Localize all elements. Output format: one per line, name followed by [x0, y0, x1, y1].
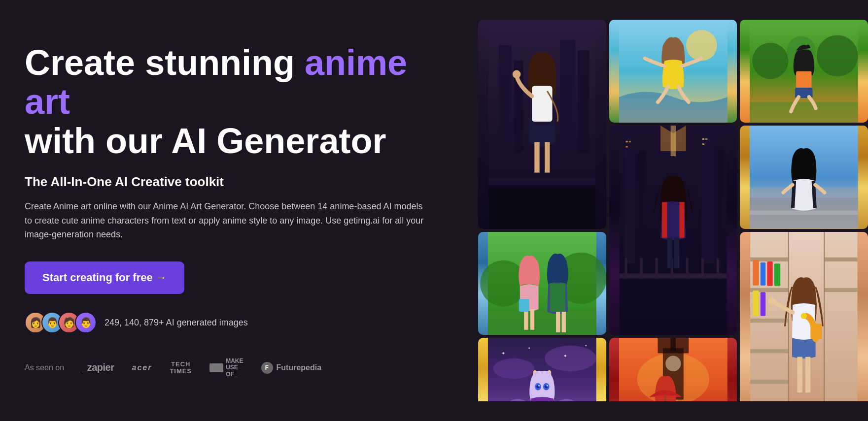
brand-acer: acer — [132, 363, 152, 372]
svg-rect-73 — [761, 262, 765, 286]
svg-rect-24 — [625, 136, 635, 263]
svg-rect-9 — [534, 142, 539, 172]
avatar: 👨 — [75, 312, 97, 333]
svg-rect-3 — [560, 40, 575, 152]
svg-rect-64 — [519, 299, 529, 312]
anime-image-8 — [478, 338, 606, 401]
svg-rect-79 — [825, 257, 858, 261]
svg-point-11 — [513, 70, 521, 79]
svg-rect-59 — [530, 309, 534, 329]
svg-rect-78 — [825, 232, 858, 402]
svg-rect-76 — [753, 291, 759, 316]
svg-rect-8 — [532, 86, 552, 122]
svg-rect-85 — [805, 356, 810, 392]
svg-point-108 — [665, 356, 681, 371]
svg-rect-72 — [753, 259, 759, 285]
svg-rect-40 — [686, 258, 688, 278]
svg-rect-30 — [625, 146, 627, 148]
as-seen-on: As seen on _zapier acer TECHTIMES MAKEUS… — [25, 358, 439, 378]
makeuseof-text: MAKEUSEOF_ — [226, 358, 243, 378]
svg-rect-66 — [750, 232, 789, 402]
brand-techtimes: TECHTIMES — [170, 361, 192, 375]
svg-point-93 — [528, 347, 530, 349]
svg-rect-33 — [702, 143, 704, 145]
makeuseof-icon — [209, 363, 223, 372]
svg-point-95 — [585, 345, 587, 346]
svg-point-101 — [538, 385, 540, 386]
svg-rect-42 — [716, 258, 719, 278]
svg-rect-84 — [798, 356, 802, 392]
svg-rect-31 — [702, 138, 704, 140]
svg-rect-80 — [825, 288, 858, 291]
image-grid — [478, 20, 868, 401]
svg-point-88 — [801, 313, 807, 319]
svg-rect-21 — [796, 71, 811, 90]
svg-rect-71 — [750, 380, 789, 384]
svg-rect-29 — [628, 141, 630, 142]
svg-rect-75 — [774, 263, 780, 286]
description: Create Anime art online with our Anime A… — [25, 199, 429, 242]
svg-rect-63 — [562, 312, 566, 332]
svg-rect-41 — [701, 258, 703, 278]
svg-rect-77 — [761, 292, 765, 316]
futurepedia-label: Futurepedia — [277, 363, 322, 372]
svg-rect-58 — [524, 309, 528, 329]
svg-point-92 — [502, 352, 504, 354]
svg-point-102 — [547, 385, 548, 386]
svg-point-91 — [545, 345, 596, 371]
svg-rect-34 — [670, 126, 675, 156]
svg-rect-37 — [640, 258, 642, 278]
main-heading: Create stunning anime art with our AI Ge… — [25, 43, 439, 161]
svg-rect-25 — [637, 151, 645, 263]
svg-rect-1 — [499, 45, 512, 147]
svg-point-16 — [753, 43, 789, 79]
svg-rect-87 — [811, 324, 822, 339]
anime-image-4 — [609, 126, 737, 335]
svg-rect-32 — [705, 138, 707, 140]
svg-rect-6 — [488, 178, 595, 186]
svg-rect-5 — [488, 183, 595, 228]
anime-image-2 — [609, 20, 737, 123]
anime-image-3 — [740, 20, 868, 123]
svg-rect-19 — [750, 102, 858, 123]
svg-rect-61 — [550, 283, 565, 312]
svg-rect-36 — [625, 258, 627, 278]
svg-rect-51 — [750, 211, 858, 215]
as-seen-label: As seen on — [25, 363, 64, 372]
svg-rect-28 — [625, 141, 627, 142]
right-panel — [468, 20, 868, 401]
social-count: 249, 140, 879+ AI generated images — [104, 318, 248, 328]
svg-rect-46 — [667, 238, 672, 268]
svg-rect-44 — [662, 202, 667, 238]
svg-point-90 — [493, 358, 534, 379]
avatar-group: 👩 👨 🧑 👨 — [25, 312, 97, 333]
svg-point-17 — [817, 35, 858, 76]
left-panel: Create stunning anime art with our AI Ge… — [25, 20, 468, 401]
svg-rect-27 — [714, 146, 723, 268]
cta-button[interactable]: Start creating for free → — [25, 261, 184, 294]
svg-rect-56 — [488, 309, 596, 334]
futurepedia-icon: F — [261, 362, 273, 374]
social-proof: 👩 👨 🧑 👨 249, 140, 879+ AI generated imag… — [25, 312, 439, 333]
brand-makeuseof: MAKEUSEOF_ — [209, 358, 243, 378]
svg-rect-107 — [670, 338, 675, 351]
anime-image-7 — [740, 232, 868, 402]
anime-image-6 — [478, 232, 606, 335]
svg-rect-10 — [545, 142, 550, 172]
svg-rect-45 — [679, 202, 684, 238]
svg-rect-26 — [701, 131, 714, 263]
svg-point-94 — [564, 355, 566, 356]
anime-image-9 — [609, 338, 737, 401]
brand-futurepedia: F Futurepedia — [261, 362, 322, 374]
svg-point-86 — [768, 297, 777, 305]
svg-rect-62 — [556, 312, 560, 332]
title-part2: with our AI Generator — [25, 121, 386, 161]
svg-point-13 — [686, 30, 717, 61]
svg-rect-70 — [750, 349, 789, 353]
svg-rect-74 — [767, 261, 773, 286]
title-part1: Create stunning — [25, 43, 305, 82]
svg-rect-38 — [655, 258, 658, 278]
subtitle: The All-In-One AI Creative toolkit — [25, 174, 439, 190]
anime-image-1 — [478, 20, 606, 229]
page-container: Create stunning anime art with our AI Ge… — [0, 0, 868, 421]
